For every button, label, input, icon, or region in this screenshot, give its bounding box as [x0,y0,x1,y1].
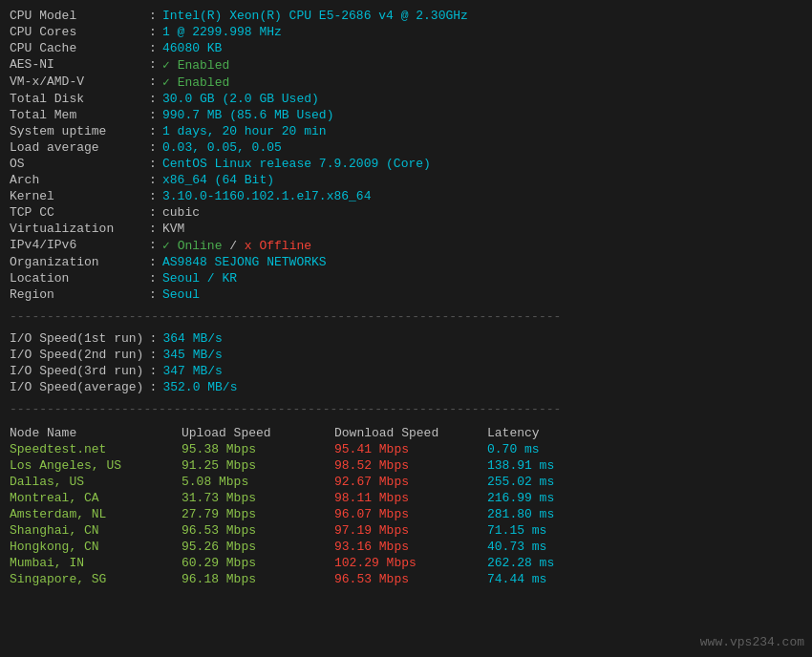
os-row: OS : CentOS Linux release 7.9.2009 (Core… [10,156,802,172]
node-name: Hongkong, CN [10,539,182,555]
aes-ni-colon: : [143,56,162,74]
organization-row: Organization : AS9848 SEJONG NETWORKS [10,254,802,270]
io-avg-label: I/O Speed(average) [10,379,143,395]
io-run3-label: I/O Speed(3rd run) [10,363,143,379]
tcp-cc-colon: : [143,204,162,221]
load-average-label: Load average [10,139,143,156]
io-run1-colon: : [143,330,162,347]
arch-value: x86_64 (64 Bit) [162,172,802,188]
io-run3-row: I/O Speed(3rd run) : 347 MB/s [10,363,802,379]
node-name: Mumbai, IN [10,555,182,571]
os-value: CentOS Linux release 7.9.2009 (Core) [162,156,802,172]
latency: 71.15 ms [487,522,802,539]
os-label: OS [10,156,143,172]
divider-1: ----------------------------------------… [10,303,802,330]
kernel-row: Kernel : 3.10.0-1160.102.1.el7.x86_64 [10,188,802,204]
network-row: Los Angeles, US 91.25 Mbps 98.52 Mbps 13… [10,457,802,474]
io-speed-table: I/O Speed(1st run) : 364 MB/s I/O Speed(… [10,330,802,395]
system-uptime-label: System uptime [10,123,143,139]
cpu-cache-label: CPU Cache [10,40,143,56]
region-value: Seoul [162,286,802,303]
latency: 74.44 ms [487,571,802,587]
network-row: Dallas, US 5.08 Mbps 92.67 Mbps 255.02 m… [10,474,802,490]
latency: 216.99 ms [487,490,802,506]
upload-speed: 95.38 Mbps [182,441,334,457]
system-uptime-colon: : [143,123,162,139]
node-name: Montreal, CA [10,490,182,506]
total-disk-row: Total Disk : 30.0 GB (2.0 GB Used) [10,91,802,107]
load-average-row: Load average : 0.03, 0.05, 0.05 [10,139,802,156]
io-run2-row: I/O Speed(2nd run) : 345 MB/s [10,347,802,363]
cpu-model-value: Intel(R) Xeon(R) CPU E5-2686 v4 @ 2.30GH… [162,8,802,24]
io-avg-value: 352.0 MB/s [162,379,802,395]
node-name: Shanghai, CN [10,522,182,539]
system-info-table: CPU Model : Intel(R) Xeon(R) CPU E5-2686… [10,8,802,303]
latency: 281.80 ms [487,506,802,522]
system-uptime-row: System uptime : 1 days, 20 hour 20 min [10,123,802,139]
download-speed: 97.19 Mbps [334,522,487,539]
network-row: Amsterdam, NL 27.79 Mbps 96.07 Mbps 281.… [10,506,802,522]
cpu-cache-colon: : [143,40,162,56]
cpu-model-row: CPU Model : Intel(R) Xeon(R) CPU E5-2686… [10,8,802,24]
upload-speed: 96.18 Mbps [182,571,334,587]
col-latency-header: Latency [487,425,802,441]
col-download-header: Download Speed [334,425,487,441]
download-speed: 92.67 Mbps [334,474,487,490]
ipv4-label: IPv4/IPv6 [10,237,143,254]
vm-amd-colon: : [143,74,162,91]
download-speed: 96.07 Mbps [334,506,487,522]
network-row: Shanghai, CN 96.53 Mbps 97.19 Mbps 71.15… [10,522,802,539]
io-run1-value: 364 MB/s [162,330,802,347]
ipv4-row: IPv4/IPv6 : ✓ Online / x Offline [10,237,802,254]
aes-ni-label: AES-NI [10,56,143,74]
latency: 40.73 ms [487,539,802,555]
location-value: Seoul / KR [162,270,802,286]
upload-speed: 5.08 Mbps [182,474,334,490]
node-name: Los Angeles, US [10,457,182,474]
download-speed: 96.53 Mbps [334,571,487,587]
latency: 138.91 ms [487,457,802,474]
download-speed: 93.16 Mbps [334,539,487,555]
kernel-value: 3.10.0-1160.102.1.el7.x86_64 [162,188,802,204]
upload-speed: 27.79 Mbps [182,506,334,522]
node-name: Singapore, SG [10,571,182,587]
network-row: Hongkong, CN 95.26 Mbps 93.16 Mbps 40.73… [10,539,802,555]
tcp-cc-label: TCP CC [10,204,143,221]
col-upload-header: Upload Speed [182,425,334,441]
total-disk-label: Total Disk [10,91,143,107]
cpu-model-colon: : [143,8,162,24]
ipv4-colon: : [143,237,162,254]
vm-amd-row: VM-x/AMD-V : ✓ Enabled [10,74,802,91]
arch-label: Arch [10,172,143,188]
io-run1-label: I/O Speed(1st run) [10,330,143,347]
latency: 255.02 ms [487,474,802,490]
col-node-header: Node Name [10,425,182,441]
os-colon: : [143,156,162,172]
network-row: Speedtest.net 95.38 Mbps 95.41 Mbps 0.70… [10,441,802,457]
virtualization-value: KVM [162,221,802,237]
location-row: Location : Seoul / KR [10,270,802,286]
region-label: Region [10,286,143,303]
virtualization-colon: : [143,221,162,237]
arch-row: Arch : x86_64 (64 Bit) [10,172,802,188]
ipv4-value: ✓ Online / x Offline [162,237,802,254]
cpu-cores-label: CPU Cores [10,24,143,40]
cpu-cores-value: 1 @ 2299.998 MHz [162,24,802,40]
latency: 262.28 ms [487,555,802,571]
node-name: Speedtest.net [10,441,182,457]
io-avg-row: I/O Speed(average) : 352.0 MB/s [10,379,802,395]
tcp-cc-row: TCP CC : cubic [10,204,802,221]
network-row: Singapore, SG 96.18 Mbps 96.53 Mbps 74.4… [10,571,802,587]
download-speed: 98.52 Mbps [334,457,487,474]
aes-ni-value: ✓ Enabled [162,56,802,74]
io-run2-label: I/O Speed(2nd run) [10,347,143,363]
ipv4-slash: / [222,239,244,253]
tcp-cc-value: cubic [162,204,802,221]
io-run2-colon: : [143,347,162,363]
load-average-value: 0.03, 0.05, 0.05 [162,139,802,156]
network-row: Mumbai, IN 60.29 Mbps 102.29 Mbps 262.28… [10,555,802,571]
cpu-cores-colon: : [143,24,162,40]
vm-amd-value: ✓ Enabled [162,74,802,91]
arch-colon: : [143,172,162,188]
aes-ni-row: AES-NI : ✓ Enabled [10,56,802,74]
